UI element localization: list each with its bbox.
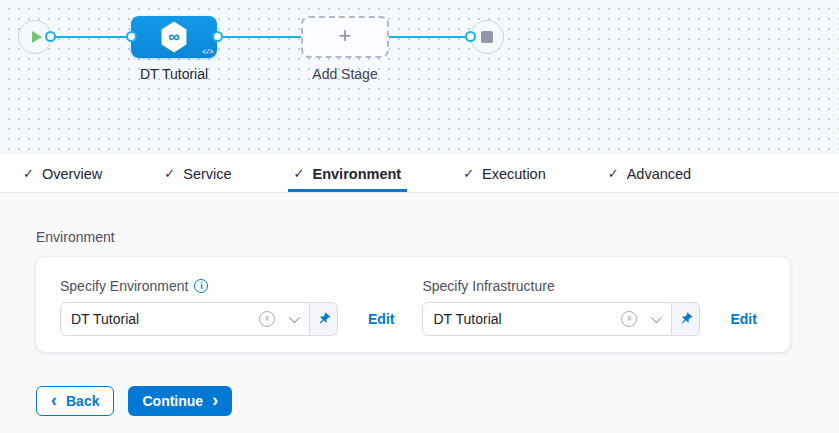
start-node-out-port[interactable] [45,31,56,42]
stage-config-tabbar: ✓ Overview ✓ Service ✓ Environment ✓ Exe… [0,155,839,193]
chevron-right-icon: › [212,391,218,409]
stage-node-label: DT Tutorial [114,66,234,82]
pipeline-connector-line [50,36,470,38]
check-icon: ✓ [463,166,474,181]
stop-icon [481,31,493,43]
environment-card: Specify Environment i × Edit [36,257,790,352]
back-button[interactable]: ‹ Back [36,386,114,416]
specify-infrastructure-field-group: Specify Infrastructure × Edit [422,278,756,336]
code-badge-icon: </> [202,48,213,56]
add-stage-button[interactable]: + [301,16,389,58]
plus-icon: + [339,25,352,47]
continue-button-label: Continue [142,393,203,409]
play-icon [32,31,42,43]
edit-environment-link[interactable]: Edit [368,311,394,327]
tab-environment[interactable]: ✓ Environment [288,155,408,192]
specify-environment-field-group: Specify Environment i × Edit [60,278,394,336]
tab-label: Environment [313,166,402,182]
check-icon: ✓ [294,166,305,181]
tab-label: Overview [42,166,102,182]
tab-advanced[interactable]: ✓ Advanced [602,155,697,192]
tab-service[interactable]: ✓ Service [158,155,237,192]
pin-icon [676,309,696,329]
back-button-label: Back [66,393,99,409]
check-icon: ✓ [23,166,34,181]
clear-icon[interactable]: × [259,311,275,327]
specify-environment-label: Specify Environment [60,278,188,294]
add-stage-label: Add Stage [285,66,405,82]
check-icon: ✓ [164,166,175,181]
end-node-in-port[interactable] [465,31,476,42]
tab-execution[interactable]: ✓ Execution [457,155,552,192]
section-heading: Environment [36,229,839,245]
wizard-footer: ‹ Back Continue › [36,386,839,416]
cd-stage-hexagon-icon: ∞ [161,22,188,53]
info-icon[interactable]: i [194,279,208,293]
stage-node-out-port[interactable] [212,31,223,42]
continue-button[interactable]: Continue › [128,386,232,416]
infrastructure-pin-button[interactable] [672,302,700,336]
pin-icon [314,309,334,329]
stage-node-dt-tutorial[interactable]: ∞ </> [131,16,217,58]
tab-label: Service [183,166,231,182]
tab-overview[interactable]: ✓ Overview [17,155,108,192]
environment-pin-button[interactable] [310,302,338,336]
stage-node-in-port[interactable] [126,31,137,42]
chevron-left-icon: ‹ [51,391,57,409]
tab-label: Execution [482,166,546,182]
pipeline-canvas[interactable]: ∞ </> DT Tutorial + Add Stage [0,0,839,155]
specify-infrastructure-label: Specify Infrastructure [422,278,554,294]
edit-infrastructure-link[interactable]: Edit [730,311,756,327]
tab-label: Advanced [627,166,692,182]
infinity-icon: ∞ [168,29,179,45]
environment-tab-panel: Environment Specify Environment i × E [0,193,839,416]
check-icon: ✓ [608,166,619,181]
